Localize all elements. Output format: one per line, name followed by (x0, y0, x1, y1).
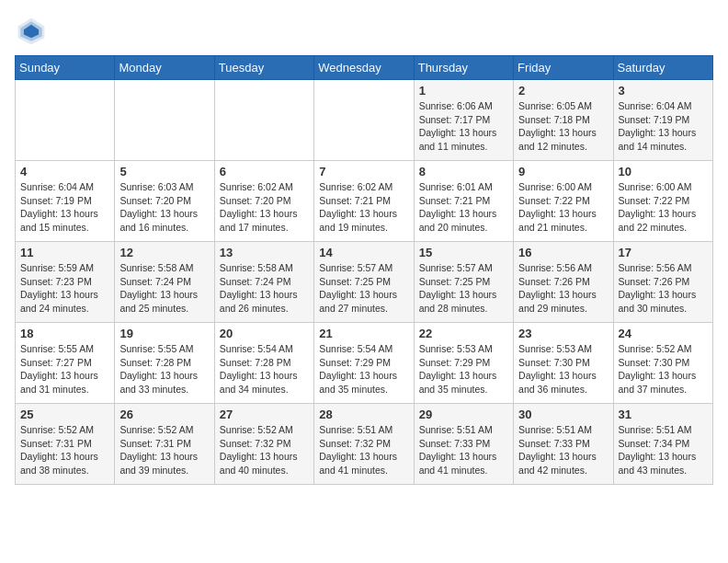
day-number: 25 (20, 408, 109, 421)
day-info: Sunrise: 5:59 AMSunset: 7:23 PMDaylight:… (20, 261, 109, 316)
empty-cell (16, 80, 115, 161)
day-cell-20: 20Sunrise: 5:54 AMSunset: 7:28 PMDayligh… (214, 323, 313, 404)
day-number: 27 (220, 408, 309, 421)
day-info: Sunrise: 5:51 AMSunset: 7:32 PMDaylight:… (319, 423, 408, 477)
day-number: 30 (518, 408, 608, 421)
day-cell-25: 25Sunrise: 5:52 AMSunset: 7:31 PMDayligh… (16, 404, 115, 485)
day-number: 29 (419, 408, 508, 421)
day-info: Sunrise: 5:54 AMSunset: 7:28 PMDaylight:… (220, 342, 309, 396)
day-info: Sunrise: 6:02 AMSunset: 7:20 PMDaylight:… (220, 180, 309, 235)
day-info: Sunrise: 5:52 AMSunset: 7:32 PMDaylight:… (220, 423, 309, 477)
logo-icon (15, 15, 48, 48)
week-row-3: 11Sunrise: 5:59 AMSunset: 7:23 PMDayligh… (16, 242, 713, 323)
day-number: 11 (20, 246, 109, 259)
day-info: Sunrise: 6:00 AMSunset: 7:22 PMDaylight:… (518, 180, 608, 235)
day-cell-23: 23Sunrise: 5:53 AMSunset: 7:30 PMDayligh… (514, 323, 613, 404)
day-number: 17 (619, 246, 708, 259)
day-number: 31 (619, 408, 708, 421)
day-cell-9: 9Sunrise: 6:00 AMSunset: 7:22 PMDaylight… (514, 161, 613, 242)
day-number: 6 (220, 165, 309, 178)
day-number: 2 (518, 84, 608, 98)
day-info: Sunrise: 6:00 AMSunset: 7:22 PMDaylight:… (619, 180, 708, 235)
day-info: Sunrise: 6:05 AMSunset: 7:18 PMDaylight:… (518, 99, 608, 154)
day-cell-18: 18Sunrise: 5:55 AMSunset: 7:27 PMDayligh… (16, 323, 115, 404)
day-info: Sunrise: 6:06 AMSunset: 7:17 PMDaylight:… (419, 99, 508, 154)
day-cell-5: 5Sunrise: 6:03 AMSunset: 7:20 PMDaylight… (115, 161, 214, 242)
day-cell-8: 8Sunrise: 6:01 AMSunset: 7:21 PMDaylight… (414, 161, 513, 242)
day-number: 5 (119, 165, 209, 178)
day-info: Sunrise: 6:03 AMSunset: 7:20 PMDaylight:… (119, 180, 209, 235)
day-cell-26: 26Sunrise: 5:52 AMSunset: 7:31 PMDayligh… (115, 404, 214, 485)
empty-cell (115, 80, 214, 161)
day-cell-13: 13Sunrise: 5:58 AMSunset: 7:24 PMDayligh… (214, 242, 313, 323)
day-info: Sunrise: 5:58 AMSunset: 7:24 PMDaylight:… (119, 261, 209, 316)
day-number: 1 (419, 84, 508, 98)
weekday-header-thursday: Thursday (414, 56, 513, 80)
week-row-2: 4Sunrise: 6:04 AMSunset: 7:19 PMDaylight… (16, 161, 713, 242)
day-info: Sunrise: 6:04 AMSunset: 7:19 PMDaylight:… (20, 180, 109, 235)
day-number: 4 (20, 165, 109, 178)
day-info: Sunrise: 5:52 AMSunset: 7:31 PMDaylight:… (119, 423, 209, 477)
day-info: Sunrise: 6:01 AMSunset: 7:21 PMDaylight:… (419, 180, 508, 235)
week-row-1: 1Sunrise: 6:06 AMSunset: 7:17 PMDaylight… (16, 80, 713, 161)
day-cell-10: 10Sunrise: 6:00 AMSunset: 7:22 PMDayligh… (613, 161, 712, 242)
day-cell-11: 11Sunrise: 5:59 AMSunset: 7:23 PMDayligh… (16, 242, 115, 323)
day-number: 16 (518, 246, 608, 259)
day-cell-28: 28Sunrise: 5:51 AMSunset: 7:32 PMDayligh… (314, 404, 414, 485)
day-info: Sunrise: 5:58 AMSunset: 7:24 PMDaylight:… (220, 261, 309, 316)
day-info: Sunrise: 5:56 AMSunset: 7:26 PMDaylight:… (619, 261, 708, 316)
day-cell-12: 12Sunrise: 5:58 AMSunset: 7:24 PMDayligh… (115, 242, 214, 323)
day-info: Sunrise: 5:56 AMSunset: 7:26 PMDaylight:… (518, 261, 608, 316)
empty-cell (214, 80, 313, 161)
day-number: 15 (419, 246, 508, 259)
weekday-header-wednesday: Wednesday (314, 56, 414, 80)
weekday-header-saturday: Saturday (613, 56, 712, 80)
day-info: Sunrise: 5:54 AMSunset: 7:29 PMDaylight:… (319, 342, 408, 396)
day-number: 3 (619, 84, 708, 98)
day-number: 18 (20, 327, 109, 340)
weekday-header-row: SundayMondayTuesdayWednesdayThursdayFrid… (16, 56, 713, 80)
day-cell-21: 21Sunrise: 5:54 AMSunset: 7:29 PMDayligh… (314, 323, 414, 404)
day-number: 23 (518, 327, 608, 340)
logo (15, 15, 53, 48)
day-number: 28 (319, 408, 408, 421)
day-cell-14: 14Sunrise: 5:57 AMSunset: 7:25 PMDayligh… (314, 242, 414, 323)
day-cell-4: 4Sunrise: 6:04 AMSunset: 7:19 PMDaylight… (16, 161, 115, 242)
day-number: 9 (518, 165, 608, 178)
day-info: Sunrise: 5:57 AMSunset: 7:25 PMDaylight:… (419, 261, 508, 316)
day-info: Sunrise: 5:51 AMSunset: 7:34 PMDaylight:… (619, 423, 708, 477)
day-info: Sunrise: 6:02 AMSunset: 7:21 PMDaylight:… (319, 180, 408, 235)
day-info: Sunrise: 5:55 AMSunset: 7:28 PMDaylight:… (119, 342, 209, 396)
weekday-header-tuesday: Tuesday (214, 56, 313, 80)
day-info: Sunrise: 5:53 AMSunset: 7:30 PMDaylight:… (518, 342, 608, 396)
day-info: Sunrise: 5:51 AMSunset: 7:33 PMDaylight:… (419, 423, 508, 477)
week-row-4: 18Sunrise: 5:55 AMSunset: 7:27 PMDayligh… (16, 323, 713, 404)
day-cell-22: 22Sunrise: 5:53 AMSunset: 7:29 PMDayligh… (414, 323, 513, 404)
day-info: Sunrise: 5:57 AMSunset: 7:25 PMDaylight:… (319, 261, 408, 316)
day-cell-24: 24Sunrise: 5:52 AMSunset: 7:30 PMDayligh… (613, 323, 712, 404)
day-number: 8 (419, 165, 508, 178)
day-cell-30: 30Sunrise: 5:51 AMSunset: 7:33 PMDayligh… (514, 404, 613, 485)
day-info: Sunrise: 5:52 AMSunset: 7:31 PMDaylight:… (20, 423, 109, 477)
day-number: 14 (319, 246, 408, 259)
day-number: 7 (319, 165, 408, 178)
day-number: 22 (419, 327, 508, 340)
day-cell-6: 6Sunrise: 6:02 AMSunset: 7:20 PMDaylight… (214, 161, 313, 242)
day-cell-1: 1Sunrise: 6:06 AMSunset: 7:17 PMDaylight… (414, 80, 513, 161)
day-cell-2: 2Sunrise: 6:05 AMSunset: 7:18 PMDaylight… (514, 80, 613, 161)
day-cell-17: 17Sunrise: 5:56 AMSunset: 7:26 PMDayligh… (613, 242, 712, 323)
day-number: 24 (619, 327, 708, 340)
day-cell-27: 27Sunrise: 5:52 AMSunset: 7:32 PMDayligh… (214, 404, 313, 485)
day-cell-7: 7Sunrise: 6:02 AMSunset: 7:21 PMDaylight… (314, 161, 414, 242)
day-number: 10 (619, 165, 708, 178)
day-number: 12 (119, 246, 209, 259)
day-number: 19 (119, 327, 209, 340)
day-info: Sunrise: 5:55 AMSunset: 7:27 PMDaylight:… (20, 342, 109, 396)
weekday-header-friday: Friday (514, 56, 613, 80)
day-info: Sunrise: 6:04 AMSunset: 7:19 PMDaylight:… (619, 99, 708, 154)
day-cell-29: 29Sunrise: 5:51 AMSunset: 7:33 PMDayligh… (414, 404, 513, 485)
day-cell-19: 19Sunrise: 5:55 AMSunset: 7:28 PMDayligh… (115, 323, 214, 404)
day-cell-31: 31Sunrise: 5:51 AMSunset: 7:34 PMDayligh… (613, 404, 712, 485)
day-number: 20 (220, 327, 309, 340)
day-cell-3: 3Sunrise: 6:04 AMSunset: 7:19 PMDaylight… (613, 80, 712, 161)
